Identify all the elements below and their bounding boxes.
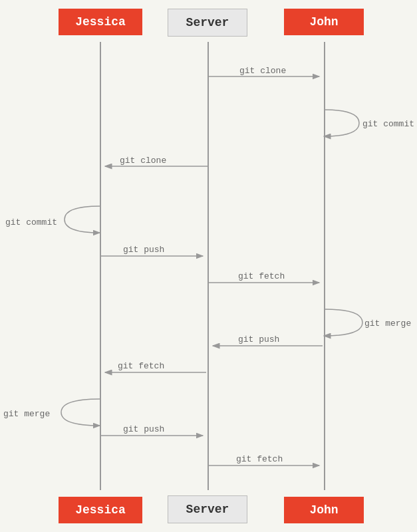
svg-text:git fetch: git fetch xyxy=(236,454,283,464)
svg-text:git commit: git commit xyxy=(362,119,414,129)
svg-text:git clone: git clone xyxy=(239,66,286,76)
jessica-bottom-label: Jessica xyxy=(75,503,126,517)
svg-text:git fetch: git fetch xyxy=(238,271,285,281)
svg-text:git merge: git merge xyxy=(3,409,50,419)
svg-text:git merge: git merge xyxy=(364,319,411,329)
server-top-actor: Server xyxy=(168,9,247,37)
server-lifeline xyxy=(208,42,209,490)
svg-text:git push: git push xyxy=(123,245,164,255)
john-bottom-label: John xyxy=(309,503,338,517)
jessica-top-actor: Jessica xyxy=(59,9,142,35)
server-bottom-actor: Server xyxy=(168,495,247,523)
server-top-label: Server xyxy=(186,16,229,29)
john-top-actor: John xyxy=(284,9,364,35)
server-bottom-label: Server xyxy=(186,503,229,516)
svg-text:git clone: git clone xyxy=(120,156,166,166)
jessica-bottom-actor: Jessica xyxy=(59,497,142,523)
jessica-top-label: Jessica xyxy=(75,15,126,29)
john-lifeline xyxy=(324,42,325,490)
john-top-label: John xyxy=(309,15,338,29)
svg-text:git commit: git commit xyxy=(5,217,57,227)
svg-text:git push: git push xyxy=(238,334,279,344)
svg-text:git fetch: git fetch xyxy=(118,361,164,371)
svg-text:git push: git push xyxy=(123,424,164,434)
jessica-lifeline xyxy=(100,42,101,490)
john-bottom-actor: John xyxy=(284,497,364,523)
